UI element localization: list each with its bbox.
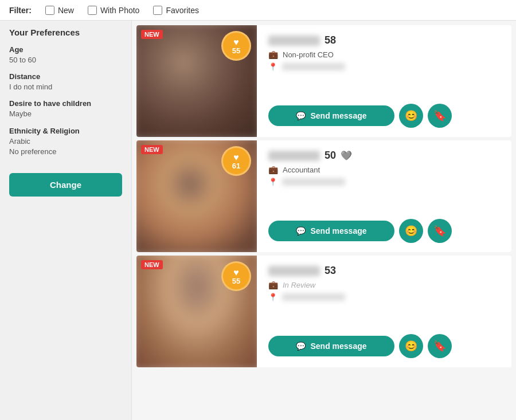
profile-location-2: 📍 [268, 178, 500, 186]
send-message-label-2: Send message [310, 226, 366, 235]
smile-icon-3: 😊 [405, 340, 417, 352]
send-message-button-3[interactable]: 💬 Send message [268, 336, 394, 356]
bookmark-icon-1: 🔖 [433, 109, 446, 122]
filter-with-photo-label: With Photo [100, 6, 139, 15]
briefcase-icon-1: 💼 [268, 50, 278, 59]
location-blur-3 [282, 293, 345, 301]
profile-age-2: 50 [325, 150, 336, 162]
filter-new[interactable]: New [45, 6, 74, 15]
new-badge-1: NEW [141, 30, 163, 39]
profile-top-3: 53 💼 In Review 📍 [268, 265, 500, 301]
pref-age: Age 50 to 60 [9, 45, 122, 65]
bookmark-icon-2: 🔖 [433, 225, 446, 237]
filter-new-label: New [58, 6, 74, 15]
location-icon-1: 📍 [268, 62, 277, 71]
heart-icon-3: ♥ [233, 268, 239, 277]
location-icon-2: 📍 [268, 178, 277, 186]
profile-actions-2: 💬 Send message 😊 🔖 [268, 219, 500, 243]
filter-new-checkbox[interactable] [45, 6, 54, 15]
bookmark-button-3[interactable]: 🔖 [428, 334, 452, 358]
heart-badge-3: ♥ 55 [221, 261, 251, 291]
profile-job-text-3: In Review [283, 281, 315, 289]
profile-photo-1: NEW ♥ 55 [136, 25, 257, 137]
send-message-button-1[interactable]: 💬 Send message [268, 105, 394, 126]
bookmark-icon-3: 🔖 [433, 340, 446, 352]
bookmark-button-2[interactable]: 🔖 [428, 219, 452, 243]
profile-name-row-3: 53 [268, 265, 500, 277]
profile-age-3: 53 [325, 265, 336, 277]
filter-favorites[interactable]: Favorites [153, 6, 199, 15]
pref-ethnicity-key: Ethnicity & Religion [9, 127, 122, 135]
pref-ethnicity: Ethnicity & Religion ArabicNo preference [9, 127, 122, 157]
change-button[interactable]: Change [9, 173, 122, 197]
filter-favorites-checkbox[interactable] [153, 6, 162, 15]
heart-badge-1: ♥ 55 [221, 31, 251, 61]
heart-count-3: 55 [232, 277, 240, 285]
profile-location-1: 📍 [268, 62, 500, 71]
pref-distance-val: I do not mind [9, 82, 122, 92]
emoji-button-1[interactable]: 😊 [399, 104, 423, 128]
emoji-button-3[interactable]: 😊 [399, 334, 423, 358]
profile-photo-3: NEW ♥ 55 [136, 256, 257, 367]
pref-distance: Distance I do not mind [9, 72, 122, 92]
briefcase-icon-2: 💼 [268, 165, 278, 174]
smile-icon-1: 😊 [405, 109, 417, 122]
profile-name-blur-2 [268, 151, 320, 161]
filter-bar: Filter: New With Photo Favorites [0, 0, 516, 21]
heart-count-2: 61 [232, 162, 240, 170]
profile-card-2: NEW ♥ 61 50 🩶 💼 Accountant [136, 140, 511, 252]
profile-actions-3: 💬 Send message 😊 🔖 [268, 334, 500, 358]
filter-favorites-label: Favorites [166, 6, 199, 15]
location-blur-2 [282, 178, 345, 186]
chat-icon-3: 💬 [296, 342, 306, 351]
profile-job-1: 💼 Non-profit CEO [268, 50, 500, 59]
location-icon-3: 📍 [268, 293, 277, 301]
profile-info-2: 50 🩶 💼 Accountant 📍 💬 Send [257, 140, 511, 252]
content-area: NEW ♥ 55 58 💼 Non-profit CEO [132, 21, 516, 420]
profile-top-2: 50 🩶 💼 Accountant 📍 [268, 150, 500, 186]
location-blur-1 [282, 63, 345, 70]
profile-name-row-1: 58 [268, 34, 500, 46]
profile-job-3: 💼 In Review [268, 280, 500, 289]
profile-job-2: 💼 Accountant [268, 165, 500, 174]
new-badge-2: NEW [141, 145, 163, 154]
profile-job-text-1: Non-profit CEO [283, 50, 334, 59]
send-message-button-2[interactable]: 💬 Send message [268, 221, 394, 241]
pref-distance-key: Distance [9, 72, 122, 81]
chat-icon-2: 💬 [296, 226, 306, 235]
briefcase-icon-3: 💼 [268, 280, 278, 289]
send-message-label-1: Send message [310, 111, 366, 120]
profile-top-1: 58 💼 Non-profit CEO 📍 [268, 34, 500, 71]
profile-card: NEW ♥ 55 58 💼 Non-profit CEO [136, 25, 511, 137]
smile-icon-2: 😊 [405, 225, 417, 237]
profile-name-row-2: 50 🩶 [268, 150, 500, 162]
profile-age-1: 58 [325, 34, 336, 46]
pref-age-val: 50 to 60 [9, 55, 122, 65]
pref-children-key: Desire to have children [9, 99, 122, 108]
pref-children: Desire to have children Maybe [9, 99, 122, 119]
main-layout: Your Preferences Age 50 to 60 Distance I… [0, 21, 516, 420]
profile-info-3: 53 💼 In Review 📍 💬 Send message [257, 256, 511, 367]
profile-name-blur-1 [268, 36, 320, 46]
profile-photo-2: NEW ♥ 61 [136, 140, 257, 252]
pref-ethnicity-val: ArabicNo preference [9, 136, 122, 157]
heart-icon-1: ♥ [233, 38, 239, 47]
heart-badge-2: ♥ 61 [221, 146, 251, 176]
filter-label: Filter: [9, 6, 32, 15]
profile-actions-1: 💬 Send message 😊 🔖 [268, 104, 500, 128]
profile-job-text-2: Accountant [283, 166, 320, 174]
sidebar-title: Your Preferences [9, 28, 122, 37]
profile-name-blur-3 [268, 266, 320, 276]
half-heart-icon-2: 🩶 [341, 150, 352, 161]
new-badge-3: NEW [141, 260, 163, 269]
filter-with-photo-checkbox[interactable] [88, 6, 97, 15]
heart-count-1: 55 [232, 47, 240, 54]
send-message-label-3: Send message [310, 342, 366, 351]
pref-age-key: Age [9, 45, 122, 54]
bookmark-button-1[interactable]: 🔖 [428, 104, 452, 128]
sidebar: Your Preferences Age 50 to 60 Distance I… [0, 21, 132, 420]
heart-icon-2: ♥ [233, 153, 239, 162]
emoji-button-2[interactable]: 😊 [399, 219, 423, 243]
profile-card-3: NEW ♥ 55 53 💼 In Review [136, 256, 511, 367]
filter-with-photo[interactable]: With Photo [88, 6, 139, 15]
